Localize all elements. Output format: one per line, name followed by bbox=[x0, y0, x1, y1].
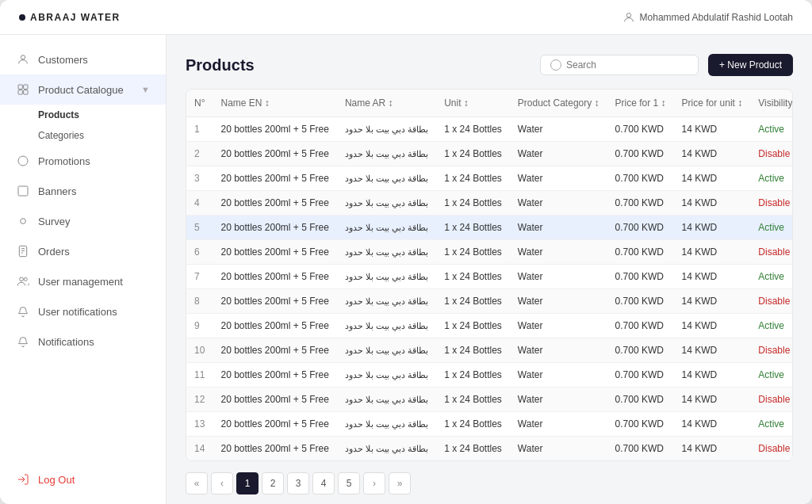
cell-visibility: Disable bbox=[750, 289, 792, 314]
sidebar-item-orders[interactable]: Orders bbox=[0, 236, 166, 266]
table-row[interactable]: 14 20 bottles 200ml + 5 Free بطاقة دبي ب… bbox=[186, 437, 792, 461]
cell-price1: 0.700 KWD bbox=[607, 437, 674, 461]
cell-no: 2 bbox=[186, 142, 213, 166]
svg-rect-3 bbox=[24, 85, 28, 89]
cell-category: Water bbox=[510, 412, 607, 437]
cell-price1: 0.700 KWD bbox=[607, 117, 674, 142]
sidebar-item-label: Product Catalogue bbox=[38, 84, 133, 96]
cell-name-ar: بطاقة دبي بيت بلا حدود bbox=[337, 437, 436, 461]
cell-name-en: 20 bottles 200ml + 5 Free bbox=[213, 265, 336, 289]
cell-category: Water bbox=[510, 240, 607, 265]
prev-page-button[interactable]: ‹ bbox=[211, 472, 233, 494]
page-4-button[interactable]: 4 bbox=[312, 472, 335, 494]
sidebar-item-user-notifications[interactable]: User notifications bbox=[0, 296, 166, 326]
col-price1[interactable]: Price for 1 ↕ bbox=[607, 90, 674, 117]
table-row[interactable]: 12 20 bottles 200ml + 5 Free بطاقة دبي ب… bbox=[186, 388, 792, 412]
svg-rect-7 bbox=[18, 186, 28, 196]
sidebar-item-product-catalogue[interactable]: Product Catalogue ▼ bbox=[0, 74, 166, 105]
banners-icon bbox=[16, 184, 30, 198]
sidebar-item-label: Banners bbox=[38, 185, 150, 197]
page-3-button[interactable]: 3 bbox=[287, 472, 309, 494]
table-row[interactable]: 10 20 bottles 200ml + 5 Free بطاقة دبي ب… bbox=[186, 338, 792, 363]
table-wrapper: N° Name EN ↕ Name AR ↕ Unit ↕ Product Ca… bbox=[186, 90, 792, 460]
cell-name-en: 20 bottles 200ml + 5 Free bbox=[213, 314, 336, 338]
grid-icon bbox=[16, 82, 30, 97]
col-name-ar[interactable]: Name AR ↕ bbox=[337, 90, 436, 117]
new-product-button[interactable]: + New Product bbox=[708, 54, 793, 76]
sidebar-item-notifications[interactable]: Notifications bbox=[0, 326, 166, 357]
table-row[interactable]: 8 20 bottles 200ml + 5 Free بطاقة دبي بي… bbox=[186, 289, 792, 314]
table-row[interactable]: 1 20 bottles 200ml + 5 Free بطاقة دبي بي… bbox=[186, 117, 792, 142]
page-2-button[interactable]: 2 bbox=[262, 472, 284, 494]
cell-category: Water bbox=[510, 314, 607, 338]
cell-price-unit: 14 KWD bbox=[674, 314, 751, 338]
cell-price-unit: 14 KWD bbox=[674, 142, 751, 166]
table-row[interactable]: 9 20 bottles 200ml + 5 Free بطاقة دبي بي… bbox=[186, 314, 792, 338]
cell-name-ar: بطاقة دبي بيت بلا حدود bbox=[337, 216, 436, 240]
user-info: Mohammed Abdulatif Rashid Lootah bbox=[622, 11, 793, 24]
col-visibility[interactable]: Visibility ↕ bbox=[750, 90, 792, 117]
cell-price1: 0.700 KWD bbox=[607, 314, 674, 338]
page-1-button[interactable]: 1 bbox=[236, 472, 259, 494]
svg-point-13 bbox=[20, 277, 24, 281]
cell-unit: 1 x 24 Bottles bbox=[436, 289, 510, 314]
cell-price1: 0.700 KWD bbox=[607, 289, 674, 314]
first-page-button[interactable]: « bbox=[186, 472, 208, 494]
cell-category: Water bbox=[510, 142, 607, 166]
pagination: « ‹ 1 2 3 4 5 › » bbox=[186, 472, 793, 494]
table-row[interactable]: 2 20 bottles 200ml + 5 Free بطاقة دبي بي… bbox=[186, 142, 792, 166]
cell-name-ar: بطاقة دبي بيت بلا حدود bbox=[337, 166, 436, 191]
cell-price1: 0.700 KWD bbox=[607, 388, 674, 412]
sidebar-item-logout[interactable]: Log Out bbox=[0, 464, 166, 494]
sidebar-sub-item-categories[interactable]: Categories bbox=[38, 125, 166, 146]
table-row[interactable]: 4 20 bottles 200ml + 5 Free بطاقة دبي بي… bbox=[186, 191, 792, 216]
cell-no: 12 bbox=[186, 388, 213, 412]
table-row[interactable]: 7 20 bottles 200ml + 5 Free بطاقة دبي بي… bbox=[186, 265, 792, 289]
page-title: Products bbox=[186, 56, 255, 74]
table-row[interactable]: 3 20 bottles 200ml + 5 Free بطاقة دبي بي… bbox=[186, 166, 792, 191]
sidebar-item-user-management[interactable]: User management bbox=[0, 266, 166, 296]
table-row[interactable]: 5 20 bottles 200ml + 5 Free بطاقة دبي بي… bbox=[186, 216, 792, 240]
cell-name-en: 20 bottles 200ml + 5 Free bbox=[213, 338, 336, 363]
last-page-button[interactable]: » bbox=[389, 472, 411, 494]
cell-price-unit: 14 KWD bbox=[674, 412, 751, 437]
cell-unit: 1 x 24 Bottles bbox=[436, 437, 510, 461]
sidebar-item-survey[interactable]: Survey bbox=[0, 206, 166, 236]
col-no: N° bbox=[186, 90, 213, 117]
user-icon bbox=[16, 52, 30, 67]
col-price-unit[interactable]: Price for unit ↕ bbox=[674, 90, 751, 117]
sidebar-item-label: User management bbox=[38, 276, 150, 288]
logo: ABRAAJ WATER bbox=[19, 12, 121, 23]
cell-price-unit: 14 KWD bbox=[674, 363, 751, 388]
cell-price-unit: 14 KWD bbox=[674, 289, 751, 314]
table-row[interactable]: 13 20 bottles 200ml + 5 Free بطاقة دبي ب… bbox=[186, 412, 792, 437]
cell-price1: 0.700 KWD bbox=[607, 240, 674, 265]
col-name-en[interactable]: Name EN ↕ bbox=[213, 90, 336, 117]
table-row[interactable]: 11 20 bottles 200ml + 5 Free بطاقة دبي ب… bbox=[186, 363, 792, 388]
cell-visibility: Active bbox=[750, 265, 792, 289]
cell-name-en: 20 bottles 200ml + 5 Free bbox=[213, 412, 336, 437]
table-header-row: N° Name EN ↕ Name AR ↕ Unit ↕ Product Ca… bbox=[186, 90, 792, 117]
table-row[interactable]: 6 20 bottles 200ml + 5 Free بطاقة دبي بي… bbox=[186, 240, 792, 265]
svg-point-8 bbox=[21, 219, 26, 224]
svg-rect-4 bbox=[18, 90, 22, 94]
search-box[interactable] bbox=[540, 55, 699, 75]
page-5-button[interactable]: 5 bbox=[338, 472, 360, 494]
sidebar-sub-item-products[interactable]: Products bbox=[38, 105, 166, 125]
cell-price1: 0.700 KWD bbox=[607, 338, 674, 363]
next-page-button[interactable]: › bbox=[363, 472, 385, 494]
sidebar-item-promotions[interactable]: Promotions bbox=[0, 146, 166, 176]
sidebar-item-banners[interactable]: Banners bbox=[0, 176, 166, 206]
cell-name-en: 20 bottles 200ml + 5 Free bbox=[213, 216, 336, 240]
sidebar-item-customers[interactable]: Customers bbox=[0, 44, 166, 74]
bell-icon bbox=[16, 334, 30, 349]
promotions-icon bbox=[16, 154, 30, 168]
svg-rect-5 bbox=[24, 90, 28, 94]
col-unit[interactable]: Unit ↕ bbox=[436, 90, 510, 117]
sidebar-sub-product-catalogue: Products Categories bbox=[0, 105, 166, 146]
search-input[interactable] bbox=[566, 59, 688, 71]
cell-visibility: Active bbox=[750, 216, 792, 240]
col-category[interactable]: Product Category ↕ bbox=[510, 90, 607, 117]
logo-dot bbox=[19, 14, 25, 21]
cell-no: 10 bbox=[186, 338, 213, 363]
